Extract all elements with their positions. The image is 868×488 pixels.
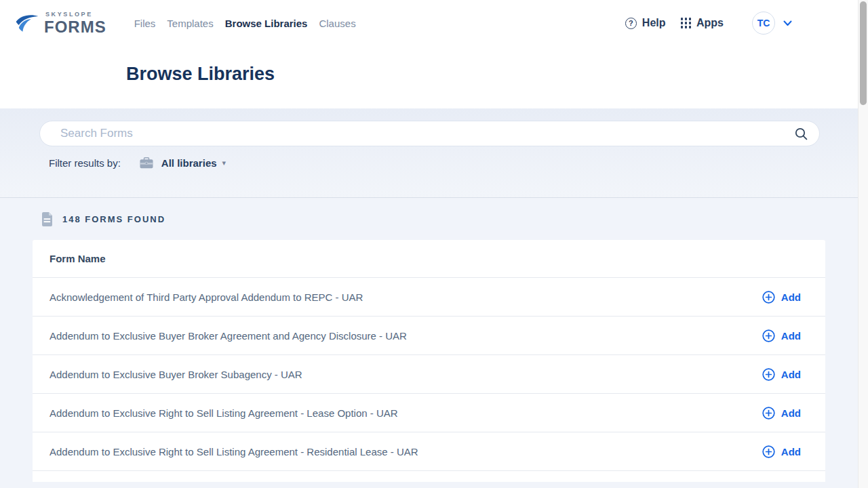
- help-button[interactable]: ? Help: [625, 17, 666, 29]
- logo-text: SKYSLOPE FORMS: [44, 12, 106, 35]
- chevron-down-icon: [783, 20, 792, 26]
- header-actions: ? Help Apps TC: [625, 12, 792, 35]
- page-scrollbar[interactable]: [858, 0, 868, 488]
- document-icon: [41, 212, 53, 226]
- form-rows: Acknowledgement of Third Party Approval …: [33, 278, 825, 471]
- results-content: 148 FORMS FOUND Form Name Acknowledgemen…: [0, 198, 868, 482]
- app-root: SKYSLOPE FORMS Files Templates Browse Li…: [0, 0, 868, 488]
- dropdown-caret-icon[interactable]: ▾: [222, 159, 226, 167]
- apps-button[interactable]: Apps: [666, 17, 724, 29]
- plus-circle-icon: [762, 291, 775, 304]
- search-input[interactable]: [60, 127, 794, 140]
- form-name: Addendum to Exclusive Right to Sell List…: [50, 407, 398, 419]
- add-button[interactable]: Add: [762, 445, 801, 458]
- apps-label: Apps: [696, 17, 724, 29]
- help-label: Help: [642, 17, 666, 29]
- page-title: Browse Libraries: [126, 64, 868, 85]
- table-row: Addendum to Exclusive Buyer Broker Subag…: [33, 355, 825, 394]
- table-header-form-name: Form Name: [33, 240, 825, 278]
- logo-forms-label: FORMS: [44, 19, 106, 35]
- avatar[interactable]: TC: [752, 12, 775, 35]
- form-name: Acknowledgement of Third Party Approval …: [50, 291, 363, 303]
- logo-skyslope-label: SKYSLOPE: [45, 12, 106, 18]
- forms-found-count: 148 FORMS FOUND: [62, 214, 165, 224]
- account-menu-button[interactable]: [783, 20, 792, 26]
- table-row: Addendum to Exclusive Buyer Broker Agree…: [33, 317, 825, 355]
- filter-label: Filter results by:: [49, 157, 121, 169]
- scrollbar-thumb[interactable]: [860, 1, 867, 105]
- search-icon[interactable]: [794, 127, 808, 141]
- topbar: SKYSLOPE FORMS Files Templates Browse Li…: [0, 0, 868, 108]
- main-nav: Files Templates Browse Libraries Clauses: [134, 18, 356, 29]
- add-button-label: Add: [781, 446, 801, 458]
- table-row: Acknowledgement of Third Party Approval …: [33, 278, 825, 317]
- search-section: Filter results by: All libraries ▾: [0, 108, 868, 198]
- add-button-label: Add: [781, 407, 801, 419]
- nav-item-clauses[interactable]: Clauses: [319, 18, 355, 29]
- form-name: Addendum to Exclusive Buyer Broker Subag…: [50, 369, 302, 380]
- plus-circle-icon: [762, 368, 775, 381]
- nav-item-browse-libraries[interactable]: Browse Libraries: [225, 18, 308, 29]
- add-button[interactable]: Add: [762, 329, 801, 342]
- nav-row: SKYSLOPE FORMS Files Templates Browse Li…: [0, 0, 868, 46]
- add-button[interactable]: Add: [762, 291, 801, 304]
- plus-circle-icon: [762, 329, 775, 342]
- apps-grid-icon: [681, 18, 692, 28]
- library-filter-dropdown[interactable]: All libraries: [161, 157, 217, 169]
- add-button-label: Add: [781, 291, 801, 303]
- forms-table: Form Name Acknowledgement of Third Party…: [33, 240, 825, 482]
- briefcase-icon: [140, 157, 153, 169]
- add-button[interactable]: Add: [762, 368, 801, 381]
- skyslope-swoosh-icon: [15, 14, 39, 37]
- add-button-label: Add: [781, 369, 801, 380]
- form-name: Addendum to Exclusive Buyer Broker Agree…: [50, 330, 407, 342]
- search-bar: [39, 121, 820, 146]
- filter-row: Filter results by: All libraries ▾: [49, 157, 868, 169]
- plus-circle-icon: [762, 445, 775, 458]
- add-button[interactable]: Add: [762, 407, 801, 420]
- results-row: 148 FORMS FOUND: [41, 212, 868, 226]
- plus-circle-icon: [762, 407, 775, 420]
- partial-row: [33, 471, 825, 482]
- nav-item-templates[interactable]: Templates: [167, 18, 213, 29]
- add-button-label: Add: [781, 330, 801, 342]
- table-row: Addendum to Exclusive Right to Sell List…: [33, 432, 825, 471]
- help-icon: ?: [625, 18, 637, 29]
- table-row: Addendum to Exclusive Right to Sell List…: [33, 394, 825, 432]
- skyslope-forms-logo[interactable]: SKYSLOPE FORMS: [15, 9, 106, 37]
- nav-item-files[interactable]: Files: [134, 18, 156, 29]
- form-name: Addendum to Exclusive Right to Sell List…: [50, 446, 418, 458]
